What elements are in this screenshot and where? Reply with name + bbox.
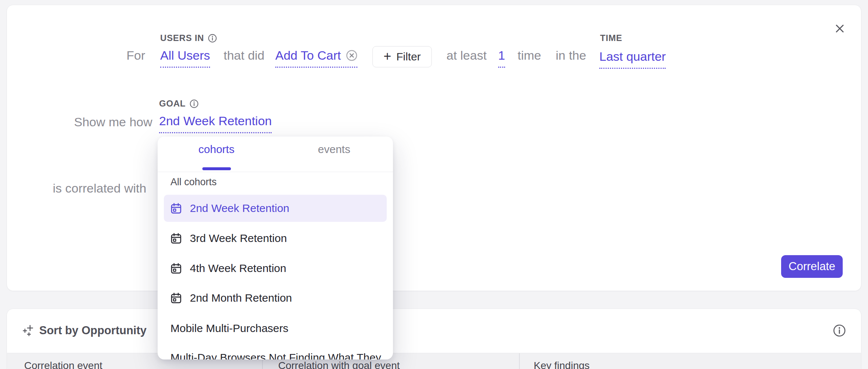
- tab-events[interactable]: events: [275, 137, 393, 162]
- calendar-icon: [170, 263, 182, 274]
- tab-cohorts[interactable]: cohorts: [158, 137, 275, 162]
- cohort-option-label: 3rd Week Retention: [190, 232, 287, 245]
- goal-label-text: GOAL: [159, 98, 186, 109]
- add-filter-button[interactable]: + Filter: [372, 46, 432, 67]
- calendar-icon: [170, 292, 182, 304]
- correlate-button[interactable]: Correlate: [781, 255, 843, 278]
- calendar-icon: [170, 233, 182, 244]
- column-header-correlation-with-goal-event: Correlation with goal event: [278, 360, 400, 369]
- cohort-option-4th-week-retention[interactable]: 4th Week Retention: [164, 255, 387, 282]
- cohort-option-3rd-week-retention[interactable]: 3rd Week Retention: [164, 225, 387, 252]
- plus-icon: +: [383, 50, 391, 63]
- dropdown-tabs: cohorts events: [158, 137, 393, 172]
- results-table-header: Correlation event Correlation with goal …: [7, 353, 861, 369]
- add-filter-label: Filter: [396, 51, 421, 63]
- users-in-label: USERS IN: [160, 33, 217, 43]
- sentence-at-least: at least: [446, 48, 487, 63]
- cohort-option-label: 2nd Week Retention: [190, 202, 289, 215]
- info-icon: [208, 34, 217, 43]
- event-selector[interactable]: Add To Cart: [275, 48, 357, 68]
- cohort-option-2nd-month-retention[interactable]: 2nd Month Retention: [164, 284, 387, 312]
- cohort-option-2nd-week-retention[interactable]: 2nd Week Retention: [164, 195, 387, 222]
- goal-label: GOAL: [159, 98, 199, 109]
- sort-by-opportunity-button[interactable]: Sort by Opportunity: [22, 320, 147, 341]
- sort-by-opportunity-label: Sort by Opportunity: [39, 324, 147, 337]
- column-header-key-findings: Key findings: [534, 360, 590, 369]
- calendar-icon: [170, 203, 182, 214]
- cohort-selector[interactable]: All Users: [160, 48, 210, 68]
- time-range-selector[interactable]: Last quarter: [599, 49, 666, 69]
- time-label-text: TIME: [600, 33, 622, 43]
- goal-picker-dropdown: cohorts events All cohorts 2nd Week Rete…: [158, 137, 393, 359]
- users-in-label-text: USERS IN: [160, 33, 204, 43]
- cohort-option-multi-day-browsers[interactable]: Multi-Day Browsers Not Finding What They: [164, 344, 387, 359]
- circle-x-icon[interactable]: [346, 50, 357, 61]
- close-button[interactable]: [832, 21, 847, 36]
- sparkles-icon: [22, 324, 35, 337]
- count-selector[interactable]: 1: [498, 48, 505, 68]
- cohort-section-label: All cohorts: [170, 176, 217, 188]
- column-divider: [519, 353, 520, 369]
- info-icon: [190, 99, 199, 108]
- sentence-that-did: that did: [224, 48, 265, 63]
- column-header-correlation-event: Correlation event: [24, 360, 102, 369]
- active-tab-underline: [202, 167, 231, 170]
- cohort-option-label: 2nd Month Retention: [190, 292, 292, 304]
- time-label: TIME: [600, 33, 622, 43]
- cohort-option-label: Mobile Multi-Purchasers: [170, 322, 288, 335]
- info-icon[interactable]: [833, 324, 846, 337]
- cohort-option-label: 4th Week Retention: [190, 262, 286, 275]
- event-selector-label: Add To Cart: [275, 48, 341, 63]
- sentence-show-me-how: Show me how: [74, 114, 152, 130]
- sentence-is-correlated-with: is correlated with: [53, 180, 146, 196]
- query-builder-card: For USERS IN All Users that did Add To C…: [7, 5, 861, 291]
- sentence-in-the: in the: [556, 48, 586, 63]
- cohort-option-label: Multi-Day Browsers Not Finding What They: [170, 351, 381, 359]
- sentence-time: time: [518, 48, 541, 63]
- results-card: Sort by Opportunity Correlation event Co…: [7, 309, 861, 369]
- sentence-for: For: [126, 48, 145, 63]
- close-icon: [834, 23, 845, 34]
- cohort-option-mobile-multi-purchasers[interactable]: Mobile Multi-Purchasers: [164, 315, 387, 342]
- goal-selector[interactable]: 2nd Week Retention: [159, 113, 272, 133]
